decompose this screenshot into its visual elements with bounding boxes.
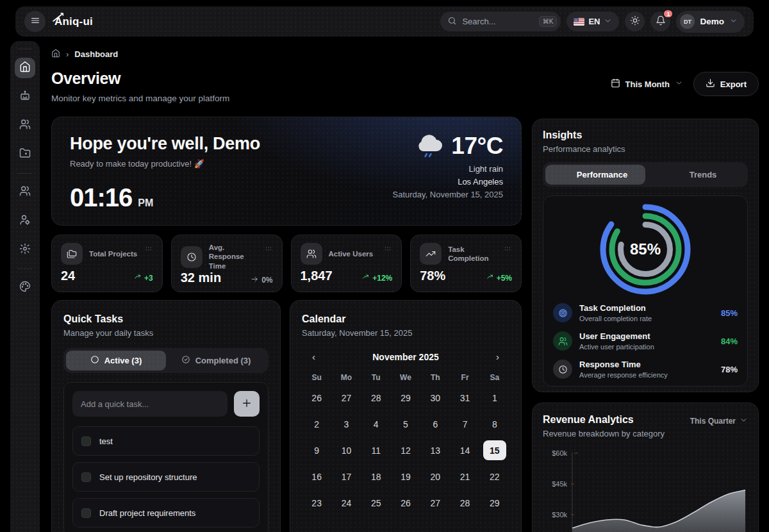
sidebar-item-palette[interactable] — [15, 278, 35, 298]
users-icon — [553, 331, 572, 351]
calendar-day[interactable]: 12 — [391, 437, 420, 463]
check-circle-icon — [181, 355, 190, 366]
task-checkbox[interactable] — [81, 472, 91, 482]
sidebar-item-users[interactable] — [15, 182, 35, 203]
language-selector[interactable]: EN — [566, 12, 619, 31]
users-icon — [19, 185, 31, 199]
day-number: 21 — [454, 467, 477, 486]
export-button[interactable]: Export — [693, 72, 759, 96]
metric-title: User Engagement — [579, 331, 654, 341]
metric-row-response-time: Response Time Average response efficienc… — [552, 355, 739, 383]
bot-icon — [19, 90, 31, 104]
day-number: 23 — [305, 493, 328, 513]
sidebar-item-home[interactable] — [15, 58, 35, 78]
calendar-day[interactable]: 26 — [391, 490, 420, 516]
tab-completed-tasks[interactable]: Completed (3) — [166, 351, 266, 370]
prev-month-button[interactable]: ‹ — [312, 351, 315, 362]
clock-meridiem: PM — [138, 197, 153, 209]
calendar-day[interactable]: 7 — [450, 411, 479, 437]
revenue-period-selector[interactable]: This Quarter — [690, 416, 748, 426]
search-input[interactable]: Search... ⌘K — [440, 12, 561, 31]
calendar-day[interactable]: 24 — [331, 490, 361, 516]
task-checkbox[interactable] — [81, 436, 91, 446]
clock-icon — [181, 246, 203, 268]
calendar-day[interactable]: 10 — [331, 437, 361, 463]
calendar-day[interactable]: 14 — [450, 437, 479, 463]
calendar-day[interactable]: 27 — [420, 490, 450, 516]
notifications-button[interactable]: 1 — [650, 12, 670, 31]
drag-handle-icon[interactable] — [144, 244, 153, 256]
menu-button[interactable] — [24, 11, 45, 32]
next-month-button[interactable]: › — [496, 351, 499, 362]
calendar-day[interactable]: 29 — [391, 385, 420, 411]
calendar-day[interactable]: 5 — [391, 411, 420, 437]
tab-performance[interactable]: Performance — [545, 165, 645, 185]
insights-subtitle: Performance analytics — [543, 144, 748, 154]
sun-icon — [630, 15, 640, 28]
calendar-day[interactable]: 26 — [302, 385, 331, 411]
add-task-button[interactable] — [234, 391, 260, 417]
calendar-day[interactable]: 31 — [450, 385, 479, 411]
day-number: 24 — [335, 493, 358, 513]
calendar-day[interactable]: 16 — [302, 463, 331, 490]
day-number: 4 — [365, 414, 388, 434]
breadcrumb-current[interactable]: Dashboard — [74, 49, 118, 59]
user-menu[interactable]: DT Demo — [676, 11, 745, 33]
insight-metrics: Task Completion Overall completion rate … — [552, 299, 739, 383]
drag-handle-icon[interactable] — [383, 244, 392, 256]
calendar-day[interactable]: 3 — [331, 411, 361, 437]
calendar-day[interactable]: 27 — [331, 385, 361, 411]
calendar-day[interactable]: 29 — [480, 490, 509, 516]
calendar-day[interactable]: 13 — [420, 437, 450, 463]
calendar-day[interactable]: 6 — [420, 411, 450, 437]
day-number: 3 — [335, 414, 358, 434]
calendar-day[interactable]: 21 — [450, 463, 479, 490]
sidebar-item-users[interactable] — [15, 115, 35, 136]
calendar-day[interactable]: 30 — [420, 385, 450, 411]
calendar-day[interactable]: 4 — [361, 411, 391, 437]
sidebar-item-bot[interactable] — [15, 87, 35, 107]
calendar-day[interactable]: 19 — [391, 463, 420, 490]
tab-active-tasks[interactable]: Active (3) — [66, 351, 166, 370]
calendar-day[interactable]: 17 — [331, 463, 361, 490]
rocket-logo-icon — [51, 11, 65, 25]
drag-handle-icon[interactable] — [264, 244, 273, 256]
sidebar-item-folder[interactable] — [15, 144, 35, 165]
day-number: 29 — [394, 388, 417, 408]
task-list: test Set up repository structure Draft p… — [72, 426, 260, 528]
calendar-day[interactable]: 8 — [480, 411, 509, 437]
metric-title: Task Completion — [579, 303, 652, 313]
tasks-panel: test Set up repository structure Draft p… — [63, 382, 269, 532]
trend-up-icon — [133, 273, 142, 283]
calendar-day[interactable]: 22 — [480, 463, 509, 490]
metric-value: 84% — [721, 337, 738, 346]
calendar-day[interactable]: 18 — [361, 463, 391, 490]
revenue-title: Revenue Analytics — [543, 414, 665, 426]
calendar-day[interactable]: 2 — [302, 411, 331, 437]
metric-value: 78% — [721, 365, 738, 374]
calendar-day[interactable]: 23 — [302, 490, 331, 516]
stat-value: 1,847 — [301, 269, 333, 283]
page-title: Overview — [51, 69, 229, 88]
calendar-day[interactable]: 25 — [361, 490, 391, 516]
calendar-day[interactable]: 28 — [361, 385, 391, 411]
calendar-day[interactable]: 11 — [361, 437, 391, 463]
calendar-day[interactable]: 9 — [302, 437, 331, 463]
theme-toggle-button[interactable] — [625, 12, 645, 31]
calendar-day[interactable]: 28 — [450, 490, 479, 516]
calendar-day[interactable]: 1 — [480, 385, 509, 411]
tab-trends[interactable]: Trends — [645, 165, 745, 185]
task-tabs: Active (3) Completed (3) — [63, 348, 269, 373]
add-task-input[interactable] — [72, 391, 227, 417]
sidebar-item-settings[interactable] — [15, 240, 35, 260]
home-icon[interactable] — [51, 49, 60, 60]
calendar-day[interactable]: 20 — [420, 463, 450, 490]
calendar-day-selected[interactable]: 15 — [480, 437, 509, 463]
day-number: 12 — [394, 440, 417, 460]
sidebar-item-user-cog[interactable] — [15, 211, 35, 231]
task-checkbox[interactable] — [81, 508, 91, 518]
top-header: Aniq-ui Search... ⌘K EN 1 DT Demo — [15, 6, 754, 37]
drag-handle-icon[interactable] — [503, 244, 512, 256]
period-selector[interactable]: This Month — [611, 78, 683, 90]
quick-tasks-subtitle: Manage your daily tasks — [63, 328, 269, 338]
